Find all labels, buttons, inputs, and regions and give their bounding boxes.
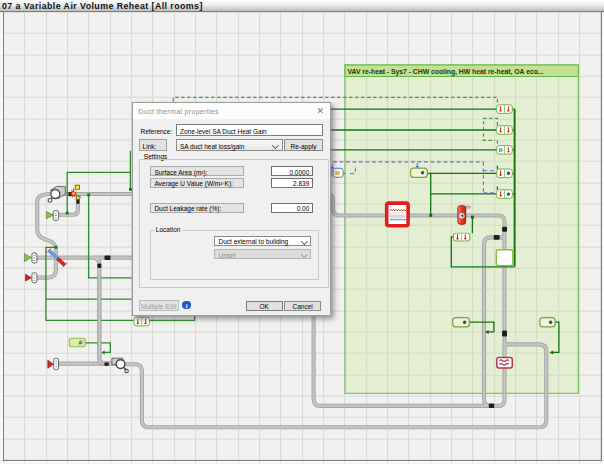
svg-text:VAV re-heat - Sys7 - CHW cooli: VAV re-heat - Sys7 - CHW cooling, HW hea… (348, 68, 544, 76)
svg-text:M: M (335, 170, 340, 176)
